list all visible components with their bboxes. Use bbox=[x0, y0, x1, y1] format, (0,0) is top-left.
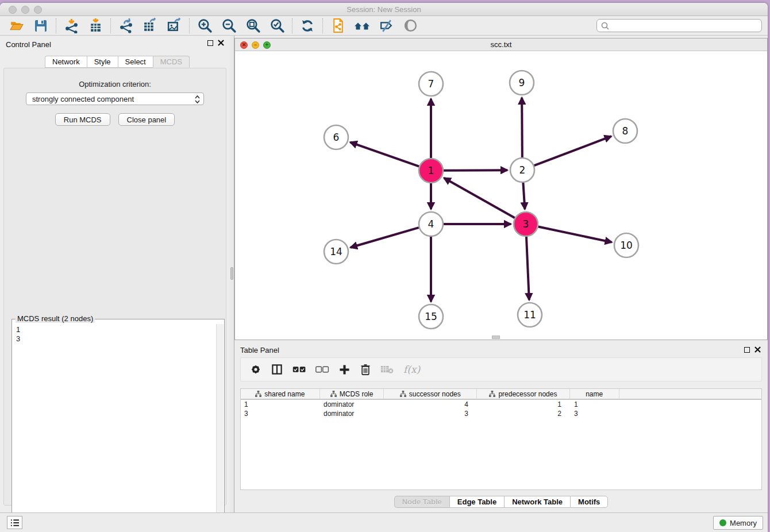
table-cell[interactable]: 3 bbox=[571, 409, 620, 418]
zoom-in-button[interactable] bbox=[192, 17, 217, 34]
task-history-button[interactable] bbox=[7, 516, 22, 529]
column-header-name[interactable]: name bbox=[570, 389, 619, 399]
column-header-successor-nodes[interactable]: successor nodes bbox=[384, 389, 477, 399]
export-network-icon bbox=[118, 18, 134, 33]
selected-option: strongly connected component bbox=[32, 95, 134, 103]
select-all-columns-button[interactable] bbox=[292, 365, 306, 374]
memory-button[interactable]: Memory bbox=[713, 516, 763, 530]
search-input[interactable] bbox=[610, 20, 761, 32]
table-cell[interactable]: 3 bbox=[241, 409, 320, 418]
edge-1-6[interactable] bbox=[351, 142, 419, 167]
result-scrollbar[interactable] bbox=[216, 324, 224, 531]
float-panel-icon[interactable] bbox=[207, 40, 213, 46]
table-cell[interactable]: 1 bbox=[478, 400, 571, 409]
panel-divider[interactable] bbox=[230, 36, 234, 512]
tab-network-table[interactable]: Network Table bbox=[504, 496, 570, 508]
function-builder-button[interactable]: f(x) bbox=[403, 364, 420, 375]
first-neighbors-button[interactable] bbox=[350, 17, 374, 34]
export-network-button[interactable] bbox=[114, 17, 138, 34]
table-settings-button[interactable] bbox=[250, 364, 261, 375]
node-table[interactable]: shared nameMCDS rolesuccessor nodesprede… bbox=[240, 388, 762, 490]
node-3[interactable]: 3 bbox=[514, 212, 538, 236]
toolbar-separator bbox=[189, 18, 190, 33]
node-7[interactable]: 7 bbox=[419, 72, 443, 96]
table-row[interactable]: 1dominator411 bbox=[241, 400, 761, 409]
close-table-panel-icon[interactable] bbox=[754, 346, 761, 353]
tab-motifs[interactable]: Motifs bbox=[570, 496, 608, 508]
tab-mcds[interactable]: MCDS bbox=[153, 56, 190, 68]
table-cell[interactable]: 2 bbox=[478, 409, 571, 418]
tab-select[interactable]: Select bbox=[118, 56, 153, 68]
app-window: Session: New Session bbox=[0, 3, 768, 532]
tab-network[interactable]: Network bbox=[45, 56, 87, 68]
network-canvas[interactable]: 7968124314101511 bbox=[235, 51, 767, 340]
optimization-criterion-select[interactable]: strongly connected component bbox=[26, 92, 204, 105]
zoom-selected-button[interactable] bbox=[265, 17, 289, 34]
label-slash-icon bbox=[379, 18, 394, 33]
search-box[interactable] bbox=[596, 19, 762, 32]
table-cell[interactable]: 3 bbox=[384, 409, 478, 418]
export-image-button[interactable] bbox=[162, 17, 186, 34]
create-column-button[interactable] bbox=[338, 364, 351, 376]
delete-column-button[interactable] bbox=[360, 363, 371, 376]
show-columns-button[interactable] bbox=[271, 363, 283, 376]
run-mcds-button[interactable]: Run MCDS bbox=[55, 113, 110, 126]
export-table-button[interactable] bbox=[138, 17, 162, 34]
node-2[interactable]: 2 bbox=[510, 158, 534, 182]
node-4[interactable]: 4 bbox=[419, 212, 443, 236]
table-cell[interactable]: 1 bbox=[241, 400, 320, 409]
table-header-row: shared nameMCDS rolesuccessor nodesprede… bbox=[241, 389, 761, 400]
deselect-all-columns-button[interactable] bbox=[315, 365, 329, 374]
toolbar-separator bbox=[110, 18, 111, 33]
network-resize-handle[interactable] bbox=[492, 336, 500, 339]
edge-2-3[interactable] bbox=[523, 183, 525, 209]
toggle-view-button[interactable] bbox=[398, 17, 422, 34]
column-header-shared-name[interactable]: shared name bbox=[241, 389, 320, 399]
import-network-button[interactable] bbox=[59, 17, 83, 34]
divider-handle[interactable] bbox=[230, 267, 233, 280]
edge-3-10[interactable] bbox=[538, 227, 612, 242]
float-table-panel-icon[interactable] bbox=[744, 347, 750, 353]
zoom-out-button[interactable] bbox=[217, 17, 241, 34]
table-cell[interactable]: 1 bbox=[571, 400, 620, 409]
table-cell[interactable]: dominator bbox=[320, 409, 384, 418]
column-label: predecessor nodes bbox=[498, 390, 557, 398]
close-panel-icon[interactable] bbox=[218, 40, 224, 46]
node-15[interactable]: 15 bbox=[419, 304, 443, 329]
save-session-button[interactable] bbox=[29, 17, 53, 34]
edge-1-2[interactable] bbox=[444, 170, 507, 171]
node-label: 2 bbox=[519, 164, 526, 176]
tab-node-table[interactable]: Node Table bbox=[394, 496, 449, 508]
table-cell[interactable]: dominator bbox=[320, 400, 384, 409]
column-header-predecessor-nodes[interactable]: predecessor nodes bbox=[477, 389, 570, 399]
tab-style[interactable]: Style bbox=[87, 56, 118, 68]
home-icon bbox=[353, 18, 371, 33]
zoom-fit-button[interactable] bbox=[241, 17, 265, 34]
tab-edge-table[interactable]: Edge Table bbox=[449, 496, 504, 508]
open-session-button[interactable] bbox=[5, 17, 29, 34]
node-11[interactable]: 11 bbox=[518, 303, 542, 327]
refresh-button[interactable] bbox=[295, 17, 319, 34]
node-10[interactable]: 10 bbox=[614, 233, 638, 257]
zoom-in-icon bbox=[197, 18, 213, 33]
delete-table-button[interactable] bbox=[380, 364, 394, 375]
edge-2-8[interactable] bbox=[534, 136, 611, 165]
edge-2-9[interactable] bbox=[522, 98, 522, 157]
node-6[interactable]: 6 bbox=[324, 125, 348, 149]
result-item: 3 bbox=[16, 334, 216, 344]
edge-3-1[interactable] bbox=[444, 178, 515, 218]
column-header-MCDS-role[interactable]: MCDS role bbox=[320, 389, 384, 399]
import-table-button[interactable] bbox=[83, 17, 107, 34]
mcds-result-list[interactable]: 13 bbox=[13, 324, 216, 531]
hide-labels-button[interactable] bbox=[374, 17, 398, 34]
table-row[interactable]: 3dominator323 bbox=[241, 409, 761, 418]
node-14[interactable]: 14 bbox=[324, 240, 348, 264]
node-8[interactable]: 8 bbox=[613, 119, 637, 143]
new-network-from-selection-button[interactable] bbox=[326, 17, 350, 34]
edge-4-14[interactable] bbox=[351, 228, 419, 248]
node-1[interactable]: 1 bbox=[419, 159, 443, 183]
node-9[interactable]: 9 bbox=[510, 71, 534, 95]
close-panel-button[interactable]: Close panel bbox=[118, 113, 175, 126]
edge-3-11[interactable] bbox=[526, 237, 529, 300]
table-cell[interactable]: 4 bbox=[384, 400, 478, 409]
